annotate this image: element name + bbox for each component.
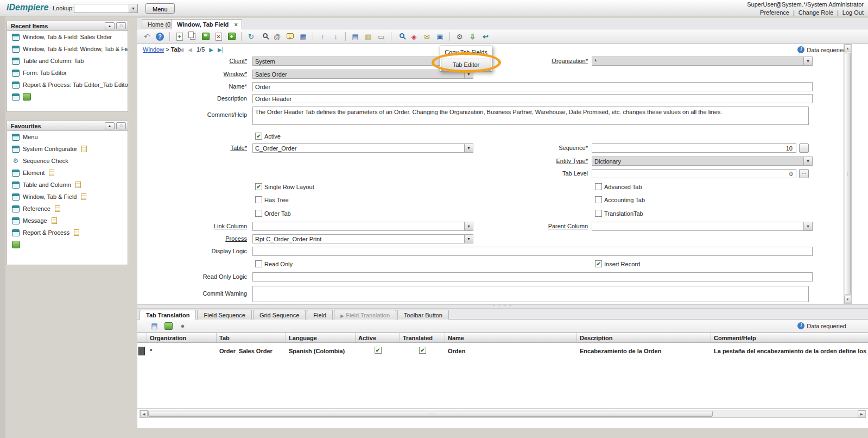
tab-tab-translation[interactable]: Tab Translation [140,310,196,320]
row-selection-marker[interactable] [138,347,145,355]
scroll-down-icon[interactable]: ▼ [844,296,851,303]
detail-horizontal-scrollbar[interactable]: ◀ ··· ▶ [140,410,866,418]
calculator-button[interactable]: ··· [799,143,809,153]
chevron-down-icon[interactable]: ▼ [464,235,473,243]
menu-item-copy-tab-fields[interactable]: Copy Tab Fields [440,46,492,58]
name-field[interactable]: Order [252,82,813,91]
commit-warning-textarea[interactable] [252,286,809,302]
requery-icon[interactable]: ↻ [246,32,256,42]
report-icon[interactable]: ▤ [350,32,360,42]
recent-item[interactable]: Window, Tab & Field: Sales Order [7,31,128,43]
grid-header-translated[interactable]: Translated [400,333,445,342]
grid-header-comment-help[interactable]: Comment/Help [711,333,868,342]
previous-record-icon[interactable]: ↑ [318,32,328,42]
description-field[interactable]: Order Header [252,94,813,103]
advanced-tab-checkbox[interactable] [595,183,602,190]
favourite-item-sequence-check[interactable]: ⚙ Sequence Check [7,155,128,167]
translated-checkbox[interactable]: ✔ [419,347,426,354]
next-record-nav-icon[interactable]: ▶ [209,47,213,53]
order-tab-checkbox[interactable] [255,210,262,217]
chat-icon[interactable] [285,32,295,42]
favourite-item-menu[interactable]: Menu [7,131,128,143]
active-checkbox[interactable]: ✔ [255,133,262,140]
chevron-down-icon[interactable]: ▼ [803,157,812,165]
recent-item[interactable]: Table and Column: Tab [7,55,128,67]
window-icon[interactable] [12,93,20,101]
link-column-combobox[interactable]: ▼ [252,222,473,231]
new-record-icon[interactable]: + [174,32,185,42]
attachment-icon[interactable]: @ [272,32,282,42]
grid-header-name[interactable]: Name [445,333,577,342]
find-icon[interactable] [259,32,269,42]
ignore-changes-icon[interactable]: ↶ [142,32,152,42]
menu-button[interactable]: Menu [145,3,175,14]
copy-record-icon[interactable] [187,32,198,42]
process-icon[interactable]: ● [178,321,188,331]
form-vertical-scrollbar[interactable]: ▲ ⋮ ▼ [844,44,852,304]
scroll-up-icon[interactable]: ▲ [844,45,851,52]
print-icon[interactable]: ▭ [376,32,387,42]
calculator-button[interactable]: ··· [799,169,809,178]
scrollbar-thumb[interactable]: ⋮ [845,53,851,295]
tab-field-sequence[interactable]: Field Sequence [197,310,251,320]
scroll-right-icon[interactable]: ▶ [858,410,865,417]
import-file-icon[interactable]: ↩ [480,32,491,42]
tab-toolbar-button[interactable]: Toolbar Button [397,310,449,320]
save-and-create-icon[interactable]: + [226,32,237,42]
recent-item[interactable]: Report & Process: Tab Editor_Tab Editor [7,79,128,91]
archive-documents-icon[interactable]: ▣ [435,32,445,42]
first-record-icon[interactable]: |◀ [178,47,183,53]
maximize-panel-button[interactable]: □ [116,22,126,29]
favourite-item-system-configurator[interactable]: System Configurator [7,143,128,155]
menu-item-tab-editor[interactable]: Tab Editor [441,59,491,71]
favourite-item-window-tab-field[interactable]: Window, Tab & Field [7,191,128,203]
favourite-item-report-process[interactable]: Report & Process [7,227,128,239]
tab-field-translation[interactable]: ▶Field Translation [334,310,396,320]
scrollbar-thumb[interactable]: ··· [148,411,713,417]
archive-icon[interactable] [23,93,31,101]
recent-item[interactable]: Form: Tab Editor [7,67,128,79]
display-logic-field[interactable] [252,247,813,256]
entity-type-combobox[interactable]: Dictionary ▼ [592,157,813,166]
tab-field[interactable]: Field [307,310,333,320]
collapse-panel-button[interactable]: ▴ [105,22,115,29]
translation-tab-checkbox[interactable] [595,210,602,217]
read-only-checkbox[interactable] [255,260,262,267]
sequence-field[interactable]: 10 [592,143,796,153]
favourite-item-element[interactable]: Element [7,167,128,179]
change-role-link[interactable]: Change Role [799,9,833,16]
chevron-down-icon[interactable]: ▼ [803,222,812,230]
delete-record-icon[interactable]: × [213,32,224,42]
chevron-down-icon[interactable]: ▼ [129,4,137,12]
table-row[interactable]: * Order_Sales Order Spanish (Colombia) ✔… [137,346,868,356]
insert-record-checkbox[interactable]: ✔ [595,260,602,267]
zoom-across-icon[interactable] [396,32,406,42]
has-tree-checkbox[interactable] [255,196,262,203]
archive-icon[interactable] [12,241,20,248]
help-icon[interactable]: ? [155,32,165,42]
chevron-down-icon[interactable]: ▼ [464,144,473,152]
tab-grid-sequence[interactable]: Grid Sequence [253,310,306,320]
grid-header-language[interactable]: Language [286,333,356,342]
table-combobox[interactable]: C_Order_Order ▼ [252,143,473,153]
tab-level-field[interactable]: 0 [592,169,796,178]
close-icon[interactable]: × [232,21,239,28]
export-grid-icon[interactable]: ▤ [149,321,160,331]
grid-header-description[interactable]: Description [577,333,711,342]
recent-item[interactable]: Window, Tab & Field: Window, Tab & Field [7,43,128,55]
archive-icon[interactable] [163,321,174,331]
single-row-layout-checkbox[interactable]: ✔ [255,183,262,190]
favourite-item-table-and-column[interactable]: Table and Column [7,179,128,191]
organization-combobox[interactable]: * ▼ [592,57,813,66]
chevron-down-icon[interactable]: ▼ [464,222,473,230]
previous-record-nav-icon[interactable]: ◀ [188,47,192,53]
process-gear-icon[interactable]: ⚙ [454,32,465,42]
accounting-tab-checkbox[interactable] [595,196,602,203]
chevron-down-icon[interactable]: ▼ [803,57,812,65]
read-only-logic-field[interactable] [252,272,813,281]
scroll-left-icon[interactable]: ◀ [140,410,148,417]
collapse-panel-button[interactable]: ▴ [105,122,115,129]
favourite-item-reference[interactable]: Reference [7,203,128,215]
active-checkbox[interactable]: ✔ [375,347,382,354]
export-icon[interactable]: ⇩ [467,32,478,42]
